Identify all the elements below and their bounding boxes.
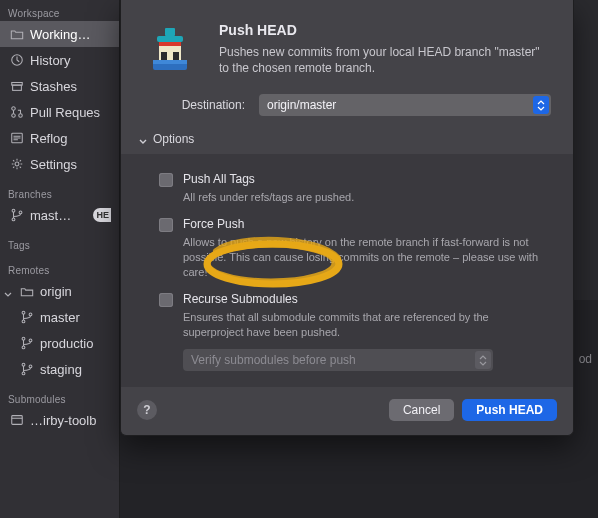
head-badge: HE (93, 208, 111, 222)
options-label: Options (153, 132, 194, 146)
sidebar-item-settings[interactable]: Settings (0, 151, 119, 177)
chevron-down-icon (4, 287, 12, 295)
clock-icon (10, 53, 24, 67)
branch-icon (20, 310, 34, 324)
svg-rect-25 (157, 36, 183, 42)
background-truncated-text: od (579, 352, 592, 366)
dialog-subtitle: Pushes new commits from your local HEAD … (219, 44, 551, 76)
list-icon (10, 131, 24, 145)
verify-submodules-placeholder: Verify submodules before push (191, 353, 356, 367)
recurse-submodules-checkbox[interactable] (159, 293, 173, 307)
push-all-tags-label: Push All Tags (183, 172, 255, 186)
svg-point-5 (19, 114, 23, 118)
sidebar-item-remote-production[interactable]: productio (0, 330, 119, 356)
archivebox-icon (10, 79, 24, 93)
cancel-button[interactable]: Cancel (389, 399, 454, 421)
push-head-button[interactable]: Push HEAD (462, 399, 557, 421)
destination-value: origin/master (267, 98, 336, 112)
svg-point-16 (29, 339, 32, 342)
sidebar-item-remote-master[interactable]: master (0, 304, 119, 330)
sidebar-item-remote-origin[interactable]: origin (0, 278, 119, 304)
tower-app-icon (143, 22, 197, 76)
svg-point-13 (29, 313, 32, 316)
pull-request-icon (10, 105, 24, 119)
sidebar-item-reflog[interactable]: Reflog (0, 125, 119, 151)
force-push-label: Force Push (183, 217, 244, 231)
push-all-tags-desc: All refs under refs/tags are pushed. (143, 189, 543, 215)
group-tags-header: Tags (0, 236, 119, 253)
group-submodules-header: Submodules (0, 390, 119, 407)
sidebar-item-history[interactable]: History (0, 47, 119, 73)
sidebar-item-working-copy[interactable]: Working… (0, 21, 119, 47)
sidebar-item-stashes[interactable]: Stashes (0, 73, 119, 99)
svg-point-10 (19, 211, 22, 214)
destination-label: Destination: (143, 98, 245, 112)
svg-point-9 (12, 218, 15, 221)
select-stepper-icon (533, 96, 549, 114)
options-body: Push All Tags All refs under refs/tags a… (121, 154, 573, 387)
svg-point-14 (22, 337, 25, 340)
svg-rect-22 (153, 60, 187, 64)
svg-rect-24 (159, 42, 181, 46)
push-head-dialog: Push HEAD Pushes new commits from your l… (120, 0, 574, 436)
cloud-folder-icon (20, 284, 34, 298)
submodule-icon (10, 413, 24, 427)
svg-rect-28 (173, 52, 179, 60)
svg-point-19 (29, 365, 32, 368)
force-push-desc: Allows to push a new history on the remo… (143, 234, 543, 290)
sidebar-item-submodule[interactable]: …irby-toolb (0, 407, 119, 433)
svg-rect-27 (161, 52, 167, 60)
svg-rect-2 (13, 85, 22, 90)
branch-icon (20, 362, 34, 376)
svg-point-12 (22, 320, 25, 323)
svg-point-8 (12, 209, 15, 212)
svg-point-7 (15, 162, 19, 166)
destination-row: Destination: origin/master (121, 88, 573, 126)
branch-icon (10, 208, 24, 222)
sidebar-item-pull-requests[interactable]: Pull Reques (0, 99, 119, 125)
recurse-submodules-label: Recurse Submodules (183, 292, 298, 306)
branch-icon (20, 336, 34, 350)
recurse-submodules-desc: Ensures that all submodule commits that … (143, 309, 543, 350)
chevron-down-icon (139, 135, 147, 143)
destination-select[interactable]: origin/master (259, 94, 551, 116)
svg-point-18 (22, 372, 25, 375)
dialog-title: Push HEAD (219, 22, 551, 38)
push-all-tags-checkbox[interactable] (159, 173, 173, 187)
group-remotes-header: Remotes (0, 261, 119, 278)
svg-rect-26 (165, 28, 175, 36)
force-push-checkbox[interactable] (159, 218, 173, 232)
svg-point-3 (12, 107, 16, 111)
svg-point-11 (22, 311, 25, 314)
verify-submodules-select[interactable]: Verify submodules before push (183, 349, 493, 371)
folder-icon (10, 27, 24, 41)
sidebar: Workspace Working… History Stashes Pull … (0, 0, 120, 518)
svg-point-15 (22, 346, 25, 349)
svg-rect-20 (12, 416, 23, 425)
select-stepper-icon (475, 351, 491, 369)
svg-point-4 (12, 114, 16, 118)
sidebar-item-branch-master[interactable]: mast… HE (0, 202, 119, 228)
gear-icon (10, 157, 24, 171)
svg-point-17 (22, 363, 25, 366)
options-disclosure[interactable]: Options (121, 126, 573, 154)
sidebar-item-remote-staging[interactable]: staging (0, 356, 119, 382)
group-branches-header: Branches (0, 185, 119, 202)
group-workspace-header: Workspace (0, 4, 119, 21)
help-button[interactable]: ? (137, 400, 157, 420)
